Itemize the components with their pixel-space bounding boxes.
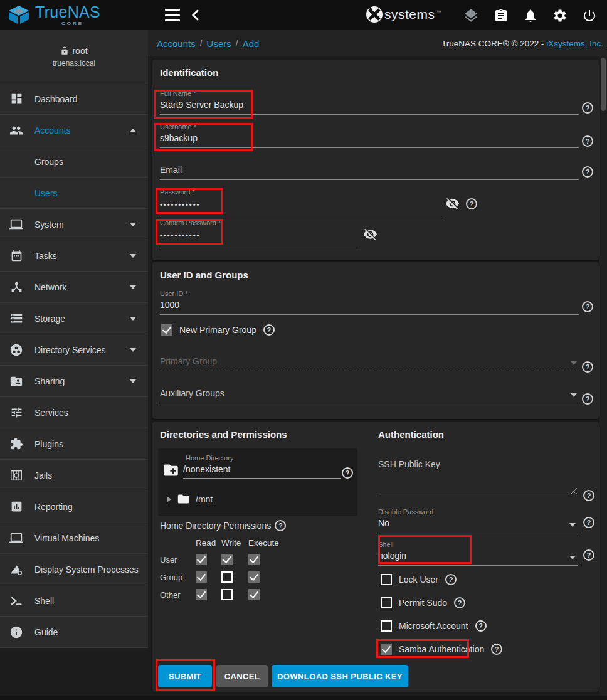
jobs-icon[interactable] — [494, 8, 509, 23]
perm-group-execute-checkbox[interactable] — [248, 571, 260, 583]
perm-user-write-checkbox[interactable] — [221, 554, 233, 565]
sidebar-item-guide[interactable]: Guide — [0, 617, 148, 648]
truenas-logo[interactable]: TrueNAS CORE — [0, 4, 148, 26]
help-icon[interactable]: ? — [583, 490, 594, 501]
permit-sudo-checkbox[interactable] — [381, 597, 392, 608]
help-icon[interactable]: ? — [583, 549, 594, 561]
help-icon[interactable]: ? — [582, 361, 593, 373]
help-icon[interactable]: ? — [275, 520, 286, 531]
lock-user-checkbox[interactable] — [381, 574, 392, 585]
email-placeholder[interactable]: Email — [160, 165, 579, 180]
sidebar-item-sharing[interactable]: Sharing — [0, 366, 148, 397]
folder-add-icon[interactable] — [162, 462, 179, 481]
sidebar-item-tasks[interactable]: Tasks — [0, 240, 148, 272]
user-id-value[interactable]: 1000 — [160, 300, 579, 315]
sidebar-item-directory-services[interactable]: Directory Services — [0, 334, 148, 366]
submit-button[interactable]: SUBMIT — [158, 665, 212, 687]
sidebar-item-accounts[interactable]: Accounts — [0, 115, 148, 146]
confirm-password-masked-value[interactable]: ••••••••••• — [160, 229, 359, 247]
resize-handle[interactable] — [570, 487, 577, 494]
network-icon — [9, 280, 24, 294]
shell-select[interactable]: Shell nologin — [378, 541, 578, 566]
password-field[interactable]: Password * ••••••••••• — [160, 188, 443, 216]
perm-other-execute-checkbox[interactable] — [248, 589, 260, 600]
email-field[interactable]: Email — [160, 165, 579, 180]
scrollbar-track[interactable] — [599, 56, 607, 700]
help-icon[interactable]: ? — [582, 301, 593, 312]
help-icon[interactable]: ? — [445, 574, 457, 585]
tree-expand-icon[interactable] — [167, 496, 171, 502]
breadcrumb-users[interactable]: Users — [207, 38, 231, 49]
perm-other-write-checkbox[interactable] — [221, 589, 233, 600]
ssh-public-key-textarea[interactable] — [378, 472, 578, 496]
help-icon[interactable]: ? — [491, 644, 502, 655]
microsoft-account-checkbox[interactable] — [381, 620, 392, 632]
copyright-note: TrueNAS CORE® © 2022 - iXsystems, Inc. — [441, 39, 603, 48]
help-icon[interactable]: ? — [583, 517, 594, 528]
perm-group-write-checkbox[interactable] — [221, 571, 233, 583]
sidebar-item-reporting[interactable]: Reporting — [0, 491, 148, 522]
ixsystems-link[interactable]: iXsystems, Inc. — [546, 39, 603, 48]
full-name-value[interactable]: Start9 Server Backup — [160, 100, 579, 115]
shell-value[interactable]: nologin — [378, 551, 578, 566]
sidebar-item-dashboard[interactable]: Dashboard — [0, 83, 148, 115]
settings-gear-icon[interactable] — [552, 8, 567, 23]
truecommand-icon[interactable] — [463, 8, 479, 24]
help-icon[interactable]: ? — [582, 393, 593, 405]
breadcrumb-accounts[interactable]: Accounts — [157, 38, 196, 49]
scrollbar-thumb[interactable] — [601, 58, 606, 111]
sidebar-item-services[interactable]: Services — [0, 397, 148, 428]
home-directory-value[interactable]: /nonexistent — [183, 464, 341, 479]
perm-user-read-checkbox[interactable] — [196, 554, 207, 565]
help-icon[interactable]: ? — [582, 166, 593, 178]
confirm-password-field[interactable]: Confirm Password * ••••••••••• — [160, 219, 359, 247]
password-masked-value[interactable]: ••••••••••• — [160, 198, 443, 216]
cancel-button[interactable]: CANCEL — [216, 665, 268, 687]
breadcrumb-add[interactable]: Add — [243, 38, 260, 49]
samba-authentication-checkbox[interactable] — [381, 644, 392, 655]
new-primary-group-checkbox[interactable] — [161, 324, 172, 336]
alerts-bell-icon[interactable] — [523, 8, 538, 23]
auxiliary-groups-select[interactable]: Auxiliary Groups — [160, 388, 579, 403]
chevron-down-icon — [130, 317, 136, 321]
primary-group-placeholder[interactable]: Primary Group — [160, 356, 579, 371]
toggle-password-visibility-icon[interactable] — [445, 196, 460, 213]
sidebar-item-network[interactable]: Network — [0, 272, 148, 303]
sidebar-item-jails[interactable]: Jails — [0, 460, 148, 491]
chevron-down-icon — [569, 523, 576, 527]
download-ssh-public-key-button[interactable]: DOWNLOAD SSH PUBLIC KEY — [272, 665, 408, 687]
help-icon[interactable]: ? — [582, 102, 593, 114]
help-icon[interactable]: ? — [342, 467, 353, 479]
sidebar-item-system[interactable]: System — [0, 209, 148, 240]
sidebar-item-groups[interactable]: Groups — [0, 146, 148, 178]
sidebar-item-users[interactable]: Users — [0, 178, 148, 209]
collapse-nav-icon[interactable] — [189, 9, 202, 21]
section-title: Authentication — [378, 429, 444, 440]
sidebar-item-display-system-processes[interactable]: Display System Processes — [0, 554, 148, 585]
full-name-field[interactable]: Full Name * Start9 Server Backup — [160, 90, 579, 115]
help-icon[interactable]: ? — [454, 597, 465, 608]
sidebar-item-storage[interactable]: Storage — [0, 303, 148, 334]
primary-group-select[interactable]: Primary Group — [160, 356, 579, 371]
perm-user-execute-checkbox[interactable] — [248, 554, 260, 565]
username-value[interactable]: s9backup — [160, 133, 579, 148]
perm-group-read-checkbox[interactable] — [196, 571, 207, 583]
menu-icon[interactable] — [164, 9, 181, 21]
sidebar-item-shell[interactable]: Shell — [0, 585, 148, 617]
user-id-field[interactable]: User ID * 1000 — [160, 290, 579, 315]
sidebar-item-virtual-machines[interactable]: Virtual Machines — [0, 522, 148, 554]
tree-node-mnt[interactable]: /mnt — [167, 492, 213, 506]
toggle-password-visibility-icon[interactable] — [363, 227, 377, 244]
help-icon[interactable]: ? — [466, 198, 477, 209]
sidebar-item-plugins[interactable]: Plugins — [0, 428, 148, 460]
username-field[interactable]: Username * s9backup — [160, 123, 579, 148]
help-icon[interactable]: ? — [263, 324, 275, 336]
lock-icon — [60, 46, 69, 55]
perm-other-read-checkbox[interactable] — [196, 589, 207, 600]
disable-password-value[interactable]: No — [378, 518, 578, 533]
power-icon[interactable] — [582, 8, 597, 23]
disable-password-select[interactable]: Disable Password No — [378, 508, 578, 533]
auxiliary-groups-placeholder[interactable]: Auxiliary Groups — [160, 388, 579, 403]
help-icon[interactable]: ? — [475, 620, 487, 632]
help-icon[interactable]: ? — [582, 135, 593, 147]
